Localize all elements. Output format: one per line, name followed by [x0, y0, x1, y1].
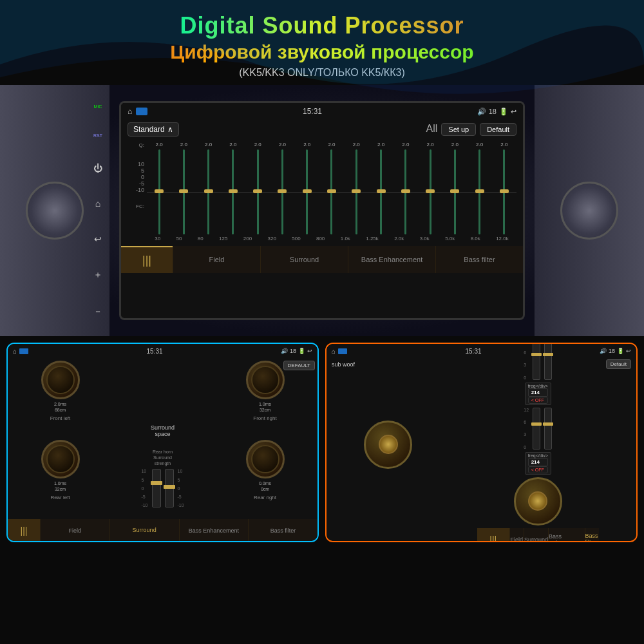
eq-slider-11[interactable] — [401, 149, 410, 234]
eq-slider-6[interactable] — [278, 149, 287, 234]
eq-slider-14[interactable] — [475, 149, 484, 234]
fader-right-marks: 10 5 0 -5 -10 — [178, 469, 184, 507]
eq-slider-8[interactable] — [327, 149, 336, 234]
volume-icon: 🔊 — [477, 108, 486, 116]
freq-badge-left-1: freq</div> 214 < OFF — [525, 383, 551, 405]
left-vent — [26, 182, 84, 240]
status-left: ⌂ — [128, 107, 147, 116]
panel-left-status: ⌂ 15:31 🔊 18 🔋 ↩ — [8, 344, 317, 358]
panel-right-bt — [338, 348, 347, 354]
vol-up-icon[interactable]: ＋ — [93, 269, 102, 281]
fader-center: Rear hornSurroundstrength 10 5 0 -5 -10 — [113, 440, 213, 516]
panel-right-eq-tab[interactable]: ||| — [477, 528, 509, 542]
speaker-left — [364, 421, 412, 469]
fader-thumb-2[interactable] — [164, 485, 175, 489]
rear-left-knob[interactable] — [41, 440, 80, 478]
vfader-track-4[interactable] — [544, 408, 552, 450]
vol-down-icon[interactable]: － — [93, 306, 102, 317]
front-right-knob[interactable] — [246, 361, 285, 399]
freq-badges-left: freq</div> 214 < OFF — [525, 383, 551, 405]
fader-thumb-1[interactable] — [151, 481, 162, 485]
all-button[interactable]: All — [426, 123, 438, 136]
q-label: Q: — [128, 140, 147, 149]
rear-right-knob[interactable] — [246, 440, 285, 478]
tab-surround[interactable]: Surround — [260, 246, 348, 273]
eq-sliders-container: 2.02.02.02.02.02.02.02.02.02.02.02.02.02… — [147, 140, 516, 243]
vfader-track-2[interactable] — [544, 344, 552, 380]
fader-track-2[interactable] — [165, 469, 174, 507]
panel-right-content: 12 6 3 0 freq</div — [327, 370, 636, 518]
status-bar: ⌂ 15:31 🔊 18 🔋 ↩ — [121, 103, 523, 120]
default-button[interactable]: Default — [480, 123, 516, 136]
eq-slider-7[interactable] — [303, 149, 312, 234]
front-left-knob[interactable] — [41, 361, 80, 399]
vfader-track-1[interactable] — [533, 344, 540, 380]
panel-right-tab-bass-filter[interactable]: Bass filter — [585, 528, 599, 542]
q-values-row: 2.02.02.02.02.02.02.02.02.02.02.02.02.02… — [147, 140, 516, 149]
eq-slider-13[interactable] — [450, 149, 459, 234]
rear-left-value: 1.0ms32cm — [54, 481, 66, 492]
panel-left-status-right: 🔊 18 🔋 ↩ — [281, 348, 312, 354]
bluetooth-icon — [136, 108, 147, 115]
eq-slider-3[interactable] — [204, 149, 213, 234]
power-icon[interactable]: ⏻ — [93, 163, 102, 173]
panel-left: ⌂ 15:31 🔊 18 🔋 ↩ DEFAULT — [6, 343, 319, 542]
rear-right-knob-inner — [251, 445, 279, 473]
panel-left-content: DEFAULT 2.0ms68cm Front left Surroundspa… — [8, 358, 317, 519]
eq-top-bar: Standard ∧ All Set up Default — [128, 122, 516, 137]
panel-left-default-btn[interactable]: DEFAULT — [283, 361, 315, 370]
freq-badge-right-1: freq</div> 214 < OFF — [525, 452, 551, 475]
eq-slider-1[interactable] — [155, 149, 164, 234]
freq-value-right: 214 — [528, 458, 548, 466]
off-badge-left[interactable]: < OFF — [528, 397, 548, 404]
panel-left-eq-tab[interactable]: ||| — [8, 519, 40, 541]
subwoof-label: sub woof — [332, 361, 355, 368]
vfaders-left: 12 6 3 0 — [524, 344, 552, 380]
tab-bass-enhancement[interactable]: Bass Enhancement — [348, 246, 435, 273]
panel-left-tab-surround[interactable]: Surround — [109, 519, 179, 541]
eq-slider-15[interactable] — [500, 149, 509, 234]
back-icon[interactable]: ↩ — [94, 234, 102, 244]
panel-right-tab-surround[interactable]: Surround — [524, 528, 548, 542]
vfader-thumb-2[interactable] — [543, 353, 553, 356]
eq-slider-10[interactable] — [377, 149, 386, 234]
rear-left-knob-inner — [46, 445, 75, 473]
setup-button[interactable]: Set up — [441, 123, 476, 136]
bottom-tabs: ||| Field Surround Bass Enhancement Bass… — [121, 246, 523, 273]
vfader-thumb-3[interactable] — [531, 422, 542, 426]
panel-left-tab-bass-enh[interactable]: Bass Enhancement — [179, 519, 249, 541]
panel-right-home: ⌂ — [332, 348, 336, 355]
panel-right-eq-icon: ||| — [489, 535, 497, 542]
eq-slider-4[interactable] — [229, 149, 238, 234]
vfader-thumb-4[interactable] — [543, 422, 553, 426]
tab-bass-filter[interactable]: Bass filter — [435, 246, 523, 273]
vfader-thumb-1[interactable] — [531, 353, 542, 356]
knobs-grid: 2.0ms68cm Front left Surroundspace 1.0ms… — [10, 361, 315, 516]
eq-slider-9[interactable] — [352, 149, 361, 234]
panel-right-screen: ⌂ 15:31 🔊 18 🔋 ↩ sub woof Default — [327, 344, 636, 541]
fc-values-row: 3050801252003205008001.0k1.25k2.0k3.0k5.… — [147, 234, 516, 243]
home-icon[interactable]: ⌂ — [95, 198, 100, 209]
panel-right-default-btn[interactable]: Default — [606, 359, 631, 369]
surround-space-group: Surroundspace — [113, 361, 213, 437]
panel-right-tab-bass-enh[interactable]: Bass Enhancement — [548, 528, 585, 542]
sliders-grid — [147, 149, 516, 234]
panel-right-tab-field[interactable]: Field — [509, 528, 524, 542]
rear-left-knob-group: 1.0ms32cm Rear left — [10, 440, 110, 516]
eq-slider-2[interactable] — [179, 149, 188, 234]
main-screen: ⌂ 15:31 🔊 18 🔋 ↩ Standard ∧ All Set up — [119, 101, 525, 320]
rear-right-value: 0.0ms0cm — [259, 481, 271, 492]
panel-left-tab-bass-filter[interactable]: Bass filter — [248, 519, 317, 541]
front-right-label: Front right — [253, 415, 276, 421]
tab-field[interactable]: Field — [173, 246, 260, 273]
freq-badges-right: freq</div> 214 < OFF — [525, 452, 551, 475]
off-badge-right[interactable]: < OFF — [528, 466, 548, 473]
panel-left-tab-field[interactable]: Field — [40, 519, 109, 541]
tab-eq-icon[interactable]: ||| — [121, 246, 173, 273]
preset-dropdown[interactable]: Standard ∧ — [128, 122, 179, 137]
vfader-track-3[interactable] — [533, 408, 540, 450]
dropdown-chevron: ∧ — [167, 125, 173, 134]
fader-track-1[interactable] — [152, 469, 161, 507]
eq-slider-5[interactable] — [253, 149, 262, 234]
eq-slider-12[interactable] — [426, 149, 435, 234]
